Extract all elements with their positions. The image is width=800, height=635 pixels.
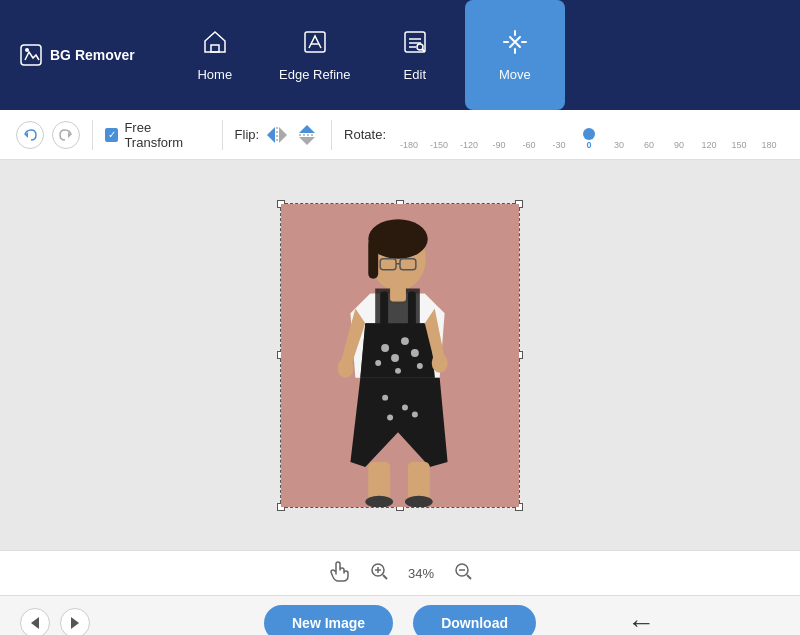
toolbar-divider-2 (222, 120, 223, 150)
move-icon (502, 29, 528, 59)
free-transform-control[interactable]: ✓ Free Transform (105, 120, 210, 150)
svg-point-29 (401, 337, 409, 345)
hand-icon (328, 560, 350, 582)
download-button[interactable]: Download (413, 605, 536, 635)
svg-marker-54 (71, 617, 79, 629)
svg-point-35 (382, 394, 388, 400)
zoom-out-button[interactable] (454, 562, 472, 584)
svg-point-34 (417, 362, 423, 368)
zoom-out-icon (454, 562, 472, 580)
svg-marker-15 (279, 127, 287, 143)
nav-edge-refine[interactable]: Edge Refine (265, 0, 365, 110)
canvas-image (281, 204, 519, 507)
svg-point-36 (402, 404, 408, 410)
flip-horizontal-icon (267, 126, 287, 144)
arrow-indicator: ← (627, 607, 655, 635)
nav-bar: Home Edge Refine (165, 0, 565, 110)
toolbar: ✓ Free Transform Flip: Rotate: (0, 110, 800, 160)
new-image-button[interactable]: New Image (264, 605, 393, 635)
svg-marker-53 (31, 617, 39, 629)
svg-point-40 (432, 353, 448, 373)
svg-rect-2 (211, 45, 219, 52)
nav-edit[interactable]: Edit (365, 0, 465, 110)
canvas-area[interactable] (0, 160, 800, 550)
svg-marker-18 (299, 137, 315, 145)
nav-home[interactable]: Home (165, 0, 265, 110)
rotate-section: Rotate: -180 -150 -120 -90 -60 -30 0 30 … (344, 120, 784, 150)
undo-button[interactable] (16, 121, 44, 149)
svg-rect-27 (408, 291, 416, 326)
svg-line-52 (467, 575, 471, 579)
home-icon (202, 29, 228, 59)
zoom-level: 34% (408, 566, 434, 581)
undo-icon (23, 128, 37, 142)
flip-vertical-icon (298, 125, 316, 145)
zoom-in-button[interactable] (370, 562, 388, 584)
svg-point-32 (375, 359, 381, 365)
toolbar-divider-3 (331, 120, 332, 150)
svg-point-33 (395, 367, 401, 373)
prev-icon (29, 616, 41, 630)
redo-button[interactable] (52, 121, 80, 149)
svg-rect-21 (368, 238, 378, 278)
image-transform-box[interactable] (280, 203, 520, 508)
svg-marker-16 (299, 125, 315, 133)
flip-horizontal-button[interactable] (265, 123, 289, 147)
flip-section: Flip: (235, 123, 320, 147)
rotate-label: Rotate: (344, 127, 386, 142)
rotate-indicator (583, 128, 595, 140)
free-transform-text: Free Transform (124, 120, 209, 150)
toolbar-divider-1 (92, 120, 93, 150)
logo-icon (20, 44, 42, 66)
edge-refine-icon (302, 29, 328, 59)
next-icon (69, 616, 81, 630)
person-svg (281, 204, 519, 507)
next-button[interactable] (60, 608, 90, 635)
header: BG Remover Home Edge Refine (0, 0, 800, 110)
hand-tool-button[interactable] (328, 560, 350, 586)
svg-point-39 (338, 357, 354, 377)
svg-line-49 (383, 575, 387, 579)
redo-icon (59, 128, 73, 142)
svg-marker-13 (267, 127, 275, 143)
svg-rect-45 (390, 286, 406, 301)
svg-point-1 (25, 48, 29, 52)
svg-point-30 (391, 354, 399, 362)
zoom-in-icon (370, 562, 388, 580)
app-logo: BG Remover (20, 44, 135, 66)
nav-move[interactable]: Move (465, 0, 565, 110)
prev-button[interactable] (20, 608, 50, 635)
svg-point-31 (411, 349, 419, 357)
free-transform-checkbox[interactable]: ✓ (105, 128, 118, 142)
svg-point-37 (387, 414, 393, 420)
zoom-bar: 34% (0, 550, 800, 595)
rotate-ruler[interactable]: -180 -150 -120 -90 -60 -30 0 30 60 90 12… (394, 120, 784, 150)
footer: New Image Download ← (0, 595, 800, 635)
undo-redo-group (16, 121, 80, 149)
flip-label: Flip: (235, 127, 260, 142)
svg-point-28 (381, 344, 389, 352)
edit-icon (402, 29, 428, 59)
svg-point-38 (412, 411, 418, 417)
svg-rect-26 (380, 291, 388, 326)
flip-vertical-button[interactable] (295, 123, 319, 147)
